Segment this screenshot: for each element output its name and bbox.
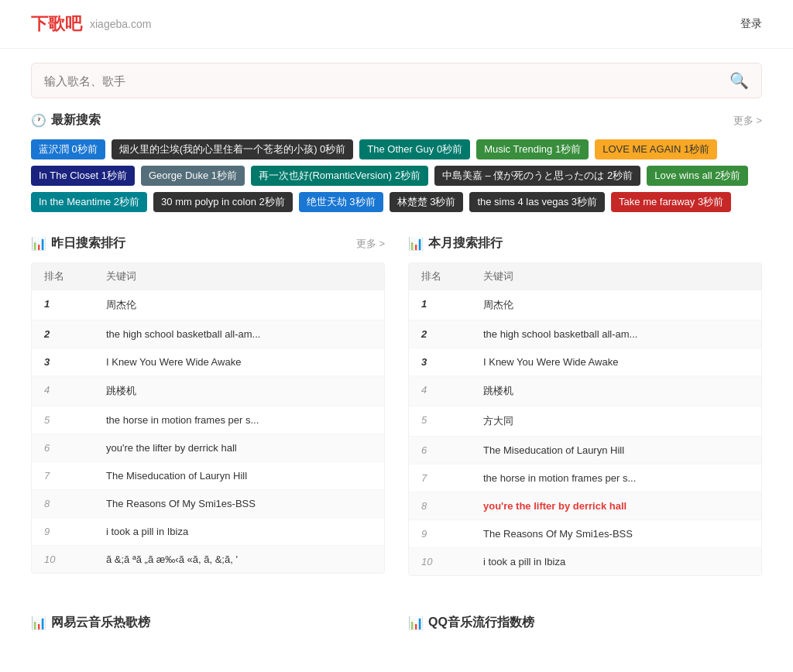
rank-keyword[interactable]: 周杰伦 <box>483 298 749 312</box>
chart-icon-yesterday: 📊 <box>31 236 46 251</box>
chart-icon-monthly: 📊 <box>408 236 424 251</box>
search-tag[interactable]: 林楚楚 3秒前 <box>390 192 464 212</box>
rank-keyword[interactable]: the horse in motion frames per s... <box>483 472 749 484</box>
rank-number: 10 <box>421 556 483 567</box>
search-tag[interactable]: the sims 4 las vegas 3秒前 <box>469 192 605 212</box>
yesterday-more[interactable]: 更多 > <box>356 237 385 251</box>
yesterday-ranking-section: 📊 昨日搜索排行 更多 > 排名 关键词 1周杰伦2the high schoo… <box>31 235 385 576</box>
search-tag[interactable]: In The Closet 1秒前 <box>31 166 135 186</box>
table-row: 10ã &;ã ªã „ã æ‰‹ã «ã, ã, &;ã, ' <box>32 545 384 573</box>
table-row: 2the high school basketball all-am... <box>32 320 384 348</box>
rank-keyword[interactable]: The Miseducation of Lauryn Hill <box>106 470 372 482</box>
table-row: 8you're the lifter by derrick hall <box>409 492 761 519</box>
rank-keyword[interactable]: 方大同 <box>483 414 749 428</box>
recent-searches-header: 🕐 最新搜索 更多 > <box>31 112 762 129</box>
rank-number: 6 <box>421 444 483 456</box>
search-tag[interactable]: 蓝沢潤 0秒前 <box>31 139 105 159</box>
rank-number: 8 <box>421 500 483 512</box>
login-button[interactable]: 登录 <box>740 17 762 31</box>
search-tag[interactable]: In the Meantime 2秒前 <box>31 192 147 212</box>
table-row: 5the horse in motion frames per s... <box>32 406 384 434</box>
search-tag[interactable]: George Duke 1秒前 <box>141 166 245 186</box>
yesterday-ranking-table: 排名 关键词 1周杰伦2the high school basketball a… <box>31 262 385 574</box>
rank-keyword[interactable]: The Miseducation of Lauryn Hill <box>483 444 749 456</box>
search-icon[interactable]: 🔍 <box>729 71 749 90</box>
rank-keyword[interactable]: the high school basketball all-am... <box>483 328 749 340</box>
table-row: 5方大同 <box>409 406 761 436</box>
bottom-sections: 📊 网易云音乐热歌榜 📊 QQ音乐流行指数榜 <box>31 615 762 646</box>
rank-keyword[interactable]: I Knew You Were Wide Awake <box>483 356 749 368</box>
monthly-ranking-title: 📊 本月搜索排行 <box>408 235 503 252</box>
yesterday-table-header: 排名 关键词 <box>32 263 384 290</box>
rank-keyword[interactable]: I Knew You Were Wide Awake <box>106 356 372 368</box>
yesterday-rows: 1周杰伦2the high school basketball all-am..… <box>32 290 384 573</box>
monthly-ranking-header: 📊 本月搜索排行 <box>408 235 762 252</box>
main-content: 🕐 最新搜索 更多 > 蓝沢潤 0秒前烟火里的尘埃(我的心里住着一个苍老的小孩)… <box>0 112 793 646</box>
table-row: 4跳楼机 <box>409 375 761 406</box>
rank-keyword[interactable]: The Reasons Of My Smi1es-BSS <box>106 498 372 509</box>
rank-keyword[interactable]: 跳楼机 <box>106 384 372 398</box>
tags-container: 蓝沢潤 0秒前烟火里的尘埃(我的心里住着一个苍老的小孩) 0秒前The Othe… <box>31 139 762 212</box>
monthly-table-header: 排名 关键词 <box>409 263 761 290</box>
search-tag[interactable]: Take me faraway 3秒前 <box>611 192 731 212</box>
table-row: 9The Reasons Of My Smi1es-BSS <box>409 519 761 547</box>
rank-keyword[interactable]: you're the lifter by derrick hall <box>483 500 749 512</box>
logo: 下歌吧 xiageba.com <box>31 12 151 36</box>
search-tag[interactable]: LOVE ME AGAIN 1秒前 <box>595 139 717 159</box>
rank-number: 10 <box>44 554 106 565</box>
rank-keyword[interactable]: i took a pill in Ibiza <box>483 556 749 567</box>
rank-keyword[interactable]: the horse in motion frames per s... <box>106 414 372 426</box>
rank-number: 7 <box>44 470 106 482</box>
rank-number: 7 <box>421 472 483 484</box>
recent-searches-section: 🕐 最新搜索 更多 > 蓝沢潤 0秒前烟火里的尘埃(我的心里住着一个苍老的小孩)… <box>31 112 762 212</box>
table-row: 3I Knew You Were Wide Awake <box>409 348 761 375</box>
logo-text: 下歌吧 <box>31 12 82 36</box>
search-tag[interactable]: The Other Guy 0秒前 <box>359 139 470 159</box>
yesterday-ranking-header: 📊 昨日搜索排行 更多 > <box>31 235 385 252</box>
chart-icon-qq: 📊 <box>408 615 424 630</box>
qq-title: 📊 QQ音乐流行指数榜 <box>408 615 762 631</box>
recent-searches-title: 🕐 最新搜索 <box>31 112 101 129</box>
search-tag[interactable]: 中島美嘉 – 僕が死のうと思ったのは 2秒前 <box>434 166 640 186</box>
table-row: 1周杰伦 <box>32 290 384 320</box>
rank-number: 3 <box>421 356 483 368</box>
clock-icon: 🕐 <box>31 113 46 128</box>
rank-keyword[interactable]: you're the lifter by derrick hall <box>106 442 372 454</box>
search-input[interactable] <box>44 74 729 87</box>
search-tag[interactable]: 烟火里的尘埃(我的心里住着一个苍老的小孩) 0秒前 <box>112 139 354 159</box>
table-row: 9i took a pill in Ibiza <box>32 517 384 545</box>
rank-number: 2 <box>421 328 483 340</box>
monthly-rows: 1周杰伦2the high school basketball all-am..… <box>409 290 761 575</box>
search-tag[interactable]: 绝世天劫 3秒前 <box>299 192 383 212</box>
search-tag[interactable]: 再一次也好(RomanticVersion) 2秒前 <box>251 166 428 186</box>
table-row: 4跳楼机 <box>32 375 384 406</box>
rank-keyword[interactable]: ã &;ã ªã „ã æ‰‹ã «ã, ã, &;ã, ' <box>106 554 372 565</box>
monthly-ranking-section: 📊 本月搜索排行 排名 关键词 1周杰伦2the high school bas… <box>408 235 762 576</box>
rank-number: 8 <box>44 498 106 509</box>
rank-number: 5 <box>421 414 483 428</box>
rank-keyword[interactable]: i took a pill in Ibiza <box>106 526 372 537</box>
rank-number: 9 <box>421 528 483 540</box>
search-tag[interactable]: Music Trending 1秒前 <box>476 139 589 159</box>
search-tag[interactable]: 30 mm polyp in colon 2秒前 <box>153 192 293 212</box>
table-row: 7the horse in motion frames per s... <box>409 464 761 492</box>
table-row: 10i took a pill in Ibiza <box>409 547 761 575</box>
rank-number: 4 <box>44 384 106 398</box>
table-row: 6you're the lifter by derrick hall <box>32 434 384 461</box>
rank-keyword[interactable]: 跳楼机 <box>483 384 749 398</box>
ranking-tables: 📊 昨日搜索排行 更多 > 排名 关键词 1周杰伦2the high schoo… <box>31 235 762 599</box>
rank-keyword[interactable]: 周杰伦 <box>106 298 372 312</box>
rank-number: 4 <box>421 384 483 398</box>
netease-title: 📊 网易云音乐热歌榜 <box>31 615 385 631</box>
table-row: 8The Reasons Of My Smi1es-BSS <box>32 489 384 517</box>
search-tag[interactable]: Love wins all 2秒前 <box>647 166 748 186</box>
recent-searches-more[interactable]: 更多 > <box>733 114 762 128</box>
logo-domain: xiageba.com <box>90 18 151 30</box>
table-row: 7The Miseducation of Lauryn Hill <box>32 461 384 489</box>
rank-keyword[interactable]: the high school basketball all-am... <box>106 328 372 340</box>
rank-number: 9 <box>44 526 106 537</box>
rank-keyword[interactable]: The Reasons Of My Smi1es-BSS <box>483 528 749 540</box>
table-row: 3I Knew You Were Wide Awake <box>32 348 384 375</box>
rank-number: 1 <box>421 298 483 312</box>
header: 下歌吧 xiageba.com 登录 <box>0 0 793 49</box>
